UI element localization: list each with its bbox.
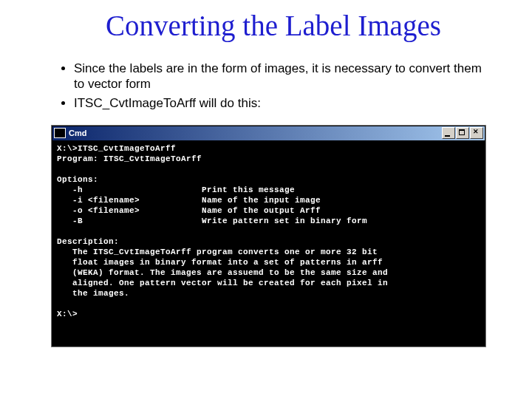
titlebar-left: Cmd bbox=[54, 128, 86, 138]
titlebar: Cmd bbox=[52, 126, 485, 140]
console-output: X:\>ITSC_CvtImageToArff Program: ITSC_Cv… bbox=[52, 140, 485, 346]
maximize-button[interactable] bbox=[456, 127, 469, 139]
slide: Converting the Label Images Since the la… bbox=[0, 0, 532, 399]
window-title: Cmd bbox=[69, 129, 86, 137]
cmd-window: Cmd X:\>ITSC_CvtImageToArff Program: ITS… bbox=[52, 126, 485, 347]
close-button[interactable] bbox=[470, 127, 483, 139]
slide-title: Converting the Label Images bbox=[52, 9, 495, 42]
bullet-item: ITSC_CvtImageToArff will do this: bbox=[74, 95, 495, 111]
minimize-button[interactable] bbox=[442, 127, 455, 139]
cmd-icon bbox=[54, 128, 66, 138]
bullet-item: Since the labels are in the form of imag… bbox=[74, 61, 495, 92]
window-buttons bbox=[442, 127, 483, 139]
bullet-list: Since the labels are in the form of imag… bbox=[52, 61, 495, 111]
